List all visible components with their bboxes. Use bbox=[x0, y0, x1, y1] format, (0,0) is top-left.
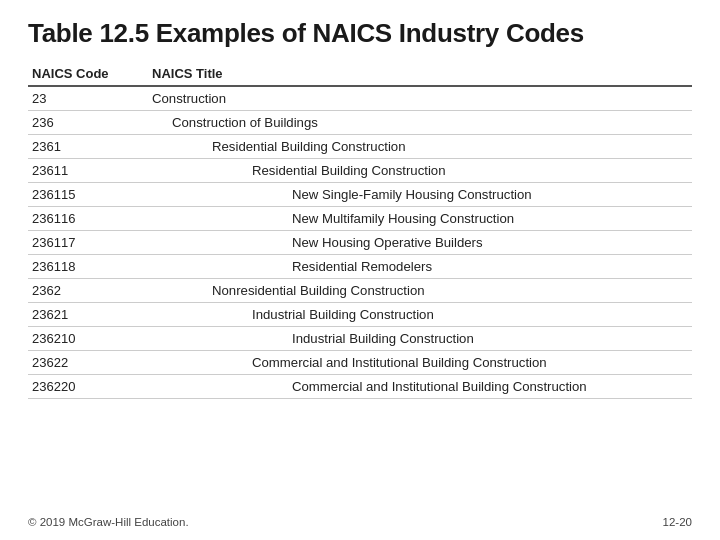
cell-title: Industrial Building Construction bbox=[148, 303, 692, 327]
cell-code: 236116 bbox=[28, 207, 148, 231]
cell-title: New Multifamily Housing Construction bbox=[148, 207, 692, 231]
cell-title: Commercial and Institutional Building Co… bbox=[148, 375, 692, 399]
table-row: 236220Commercial and Institutional Build… bbox=[28, 375, 692, 399]
table-row: 236Construction of Buildings bbox=[28, 111, 692, 135]
cell-code: 236220 bbox=[28, 375, 148, 399]
cell-code: 236 bbox=[28, 111, 148, 135]
cell-title: Industrial Building Construction bbox=[148, 327, 692, 351]
col-header-title: NAICS Title bbox=[148, 63, 692, 86]
cell-title: Residential Building Construction bbox=[148, 135, 692, 159]
page-number: 12-20 bbox=[663, 516, 692, 528]
cell-title: New Single-Family Housing Construction bbox=[148, 183, 692, 207]
table-row: 236116New Multifamily Housing Constructi… bbox=[28, 207, 692, 231]
table-row: 236210Industrial Building Construction bbox=[28, 327, 692, 351]
cell-code: 23611 bbox=[28, 159, 148, 183]
cell-title: Nonresidential Building Construction bbox=[148, 279, 692, 303]
page-container: Table 12.5 Examples of NAICS Industry Co… bbox=[0, 0, 720, 540]
table-row: 236115New Single-Family Housing Construc… bbox=[28, 183, 692, 207]
cell-code: 236210 bbox=[28, 327, 148, 351]
cell-code: 2362 bbox=[28, 279, 148, 303]
table-row: 2361Residential Building Construction bbox=[28, 135, 692, 159]
cell-code: 236118 bbox=[28, 255, 148, 279]
copyright-text: © 2019 McGraw-Hill Education. bbox=[28, 516, 189, 528]
page-title: Table 12.5 Examples of NAICS Industry Co… bbox=[28, 18, 692, 49]
table-row: 236118Residential Remodelers bbox=[28, 255, 692, 279]
cell-title: Commercial and Institutional Building Co… bbox=[148, 351, 692, 375]
naics-table: NAICS Code NAICS Title 23Construction236… bbox=[28, 63, 692, 399]
table-container: NAICS Code NAICS Title 23Construction236… bbox=[28, 63, 692, 506]
cell-code: 23621 bbox=[28, 303, 148, 327]
table-row: 23622Commercial and Institutional Buildi… bbox=[28, 351, 692, 375]
footer: © 2019 McGraw-Hill Education. 12-20 bbox=[28, 516, 692, 528]
table-row: 2362Nonresidential Building Construction bbox=[28, 279, 692, 303]
table-row: 23611Residential Building Construction bbox=[28, 159, 692, 183]
cell-title: Residential Building Construction bbox=[148, 159, 692, 183]
cell-code: 23622 bbox=[28, 351, 148, 375]
cell-code: 23 bbox=[28, 86, 148, 111]
cell-code: 2361 bbox=[28, 135, 148, 159]
cell-code: 236117 bbox=[28, 231, 148, 255]
col-header-code: NAICS Code bbox=[28, 63, 148, 86]
table-header-row: NAICS Code NAICS Title bbox=[28, 63, 692, 86]
cell-title: New Housing Operative Builders bbox=[148, 231, 692, 255]
table-row: 23Construction bbox=[28, 86, 692, 111]
cell-title: Construction of Buildings bbox=[148, 111, 692, 135]
cell-title: Residential Remodelers bbox=[148, 255, 692, 279]
table-row: 236117New Housing Operative Builders bbox=[28, 231, 692, 255]
table-row: 23621Industrial Building Construction bbox=[28, 303, 692, 327]
cell-code: 236115 bbox=[28, 183, 148, 207]
cell-title: Construction bbox=[148, 86, 692, 111]
